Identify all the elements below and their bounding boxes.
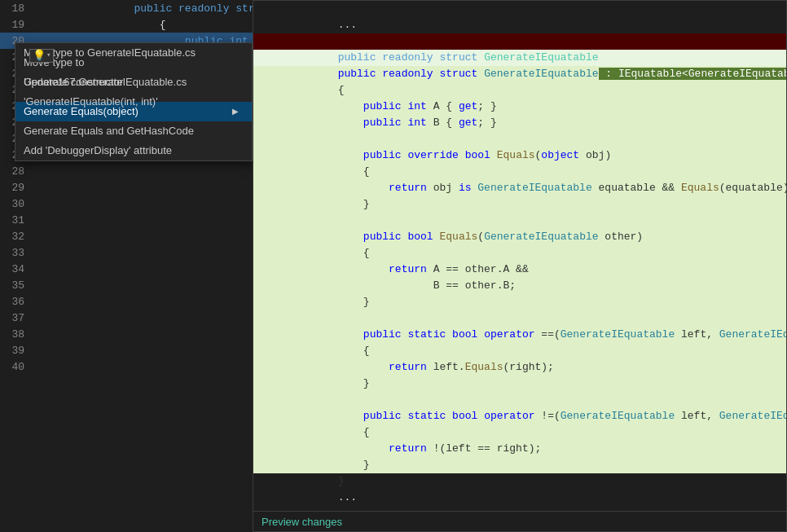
- preview-line: ...: [253, 1, 786, 17]
- line-number: 19: [0, 19, 31, 31]
- line-number: 31: [0, 214, 31, 226]
- editor-container: 18 public readonly struct GenerateIEquat…: [0, 0, 787, 532]
- line-number: 36: [0, 296, 31, 308]
- preview-panel: ... public readonly struct GenerateIEqua…: [253, 0, 787, 532]
- code-line-39: 39: [0, 342, 253, 358]
- code-line-37: 37: [0, 310, 253, 326]
- code-line-35: 35: [0, 277, 253, 293]
- lightbulb-icon: 💡: [33, 51, 46, 61]
- line-number: 40: [0, 361, 31, 373]
- lightbulb-button[interactable]: 💡 ▾: [29, 49, 54, 63]
- preview-changes-link[interactable]: Preview changes: [262, 516, 342, 528]
- submenu-arrow-icon: ▶: [232, 102, 239, 121]
- preview-line-green: public static bool operator !=(GenerateI…: [253, 392, 786, 408]
- preview-line-green: public bool Equals(GenerateIEquatable ot…: [253, 213, 786, 229]
- code-line-38: 38: [0, 326, 253, 342]
- preview-line-green: public override bool Equals(object obj): [253, 131, 786, 147]
- menu-item-label: Add 'DebuggerDisplay' attribute: [24, 141, 172, 160]
- code-line-31: 31: [0, 212, 253, 228]
- code-line-36: 36: [0, 293, 253, 310]
- code-line-30: 30: [0, 196, 253, 212]
- line-number: 33: [0, 247, 31, 259]
- code-line-32: 32: [0, 228, 253, 244]
- code-line-33: 33: [0, 244, 253, 261]
- preview-content[interactable]: ... public readonly struct GenerateIEqua…: [253, 1, 786, 511]
- line-number: 35: [0, 279, 31, 292]
- preview-footer: Preview changes: [253, 511, 786, 531]
- preview-line-green: public static bool operator ==(GenerateI…: [253, 310, 786, 327]
- code-line-28: 28: [0, 163, 253, 179]
- menu-item-generate-equals-hashcode[interactable]: Generate Equals and GetHashCode: [15, 121, 252, 141]
- code-line-29: 29: [0, 179, 253, 196]
- menu-item-label: Generate Equals(object): [24, 102, 138, 121]
- menu-item-debugger-display[interactable]: Add 'DebuggerDisplay' attribute: [15, 141, 252, 160]
- code-line-40: 40: [0, 358, 253, 375]
- line-number: 29: [0, 182, 31, 194]
- line-number: 28: [0, 165, 31, 178]
- preview-line-deleted: public readonly struct GenerateIEquatabl…: [253, 33, 786, 50]
- line-number: 38: [0, 328, 31, 341]
- code-line-34: 34: [0, 261, 253, 277]
- line-number: 32: [0, 231, 31, 243]
- line-number: 34: [0, 263, 31, 275]
- menu-item-generate-constructor[interactable]: Generate constructor 'GenerateIEquatable…: [15, 82, 252, 102]
- line-number: 18: [0, 2, 31, 15]
- dropdown-arrow-icon: ▾: [46, 52, 51, 59]
- menu-item-label: Generate Equals and GetHashCode: [24, 121, 194, 141]
- line-number: 39: [0, 345, 31, 357]
- lightbulb-widget[interactable]: 💡 ▾: [29, 49, 54, 63]
- line-number: 30: [0, 198, 31, 210]
- line-number: 37: [0, 312, 31, 324]
